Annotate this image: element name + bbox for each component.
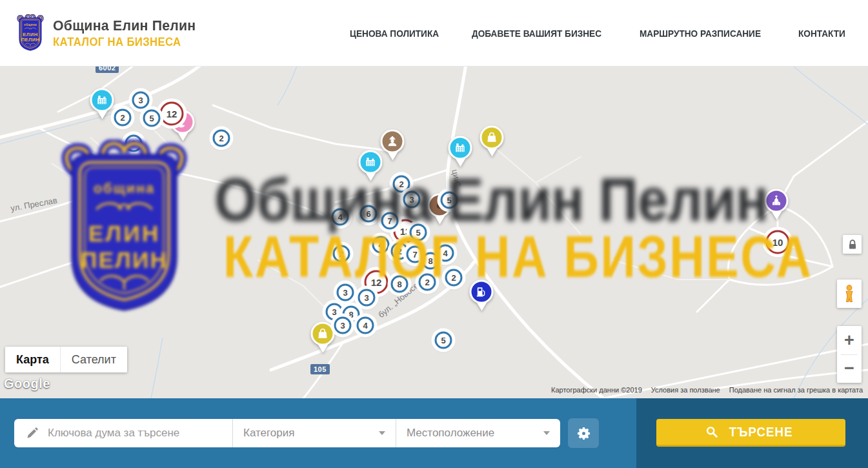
search-panel: Категория Местоположение ТЪРСЕНЕ: [0, 398, 868, 468]
location-dropdown-label: Местоположение: [407, 427, 494, 440]
cluster-marker[interactable]: 2: [445, 269, 463, 287]
cluster-marker[interactable]: 3: [403, 191, 421, 209]
shopping-bag-pin[interactable]: [311, 322, 335, 346]
cluster-marker[interactable]: 10: [766, 230, 790, 254]
worker-icon: [386, 135, 399, 148]
pin-circle: [449, 136, 472, 160]
cluster-marker[interactable]: 4: [437, 245, 454, 262]
search-button[interactable]: ТЪРСЕНЕ: [656, 419, 845, 447]
attribution-report-link[interactable]: Подаване на сигнал за грешка в картата: [729, 386, 863, 394]
pin-circle: [765, 189, 789, 213]
nav-item-bus-schedule[interactable]: МАРШРУТНО РАЗПИСАНИЕ: [640, 28, 761, 39]
google-logo[interactable]: Google: [4, 376, 50, 391]
pin-circle: [480, 126, 504, 150]
cluster-marker[interactable]: 2: [213, 130, 230, 147]
map-type-map-button[interactable]: Карта: [5, 347, 60, 372]
pin-circle: [311, 322, 335, 346]
map-type-satellite-button[interactable]: Сателит: [60, 347, 127, 372]
advanced-settings-button[interactable]: [568, 418, 599, 448]
category-dropdown[interactable]: Категория: [233, 419, 396, 447]
site-title: Община Елин Пелин: [53, 17, 196, 34]
cluster-marker[interactable]: 12: [160, 102, 184, 126]
nav-item-pricing[interactable]: ЦЕНОВА ПОЛИТИКА: [350, 28, 439, 39]
lock-button[interactable]: [843, 235, 862, 254]
factory-pin[interactable]: [449, 136, 472, 160]
fuel-icon: [475, 285, 489, 299]
factory-icon: [96, 94, 109, 107]
zoom-control: + −: [837, 326, 862, 383]
cluster-marker[interactable]: 3: [334, 317, 352, 334]
chevron-down-icon: [543, 431, 550, 435]
cluster-marker[interactable]: 8: [422, 252, 439, 270]
cluster-marker[interactable]: 7: [381, 212, 399, 230]
pin-circle: [381, 130, 405, 154]
municipality-crest-icon: община ЕЛИН ПЕЛИН: [15, 14, 45, 52]
site-subtitle: КАТАЛОГ НА БИЗНЕСА: [53, 34, 183, 49]
factory-icon: [454, 141, 467, 155]
category-dropdown-label: Категория: [243, 427, 294, 440]
cluster-marker[interactable]: 3: [358, 289, 376, 307]
crest-top-word: община: [24, 23, 37, 26]
shopping-bag-pin[interactable]: [480, 126, 504, 150]
cluster-marker[interactable]: 4: [332, 209, 349, 226]
chevron-down-icon: [379, 431, 385, 435]
cluster-marker[interactable]: 5: [441, 192, 458, 209]
location-dropdown[interactable]: Местоположение: [396, 419, 560, 447]
pencil-icon: [26, 427, 39, 440]
cluster-marker[interactable]: 2: [393, 176, 410, 193]
cluster-marker[interactable]: 3: [337, 284, 354, 301]
cluster-marker[interactable]: 2: [391, 243, 409, 260]
cluster-marker[interactable]: 8: [391, 276, 409, 293]
cluster-marker[interactable]: 5: [410, 224, 427, 241]
cluster-marker[interactable]: 4: [372, 236, 390, 254]
keyword-search-input[interactable]: [48, 427, 209, 440]
cluster-marker[interactable]: 5: [143, 110, 161, 127]
shopping-bag-icon: [485, 131, 499, 145]
lock-icon: [846, 238, 859, 251]
nav-item-add-business[interactable]: ДОБАВЕТЕ ВАШИЯТ БИЗНЕС: [472, 28, 601, 39]
pegman-button[interactable]: [837, 280, 862, 308]
attribution-terms-link[interactable]: Условия за ползване: [651, 386, 720, 394]
cluster-marker[interactable]: 4: [357, 317, 374, 334]
crest-line1: ЕЛИН: [23, 32, 38, 37]
main-nav: ЦЕНОВА ПОЛИТИКА ДОБАВЕТЕ ВАШИЯТ БИЗНЕС М…: [350, 0, 852, 66]
cluster-marker[interactable]: 2: [114, 109, 132, 127]
pin-circle: [470, 280, 494, 304]
cluster-marker[interactable]: 6: [360, 205, 378, 223]
pegman-icon: [841, 283, 858, 304]
pin-circle: [90, 88, 114, 112]
cluster-marker[interactable]: 2: [125, 135, 143, 152]
map-attribution: Картографски данни ©2019 Условия за полз…: [551, 386, 863, 394]
map-markers-layer: 321252223564137542748221282333834510: [0, 66, 868, 398]
search-button-label: ТЪРСЕНЕ: [729, 424, 793, 440]
site-logo[interactable]: община ЕЛИН ПЕЛИН Община Елин Пелин КАТА…: [15, 14, 200, 52]
factory-icon: [364, 156, 378, 169]
zoom-out-button[interactable]: −: [837, 355, 862, 382]
search-bar: Категория Местоположение: [14, 419, 560, 447]
fuel-pin[interactable]: [470, 280, 494, 304]
map-type-control: Карта Сателит: [5, 347, 127, 372]
cluster-marker[interactable]: 3: [132, 92, 150, 109]
zoom-in-button[interactable]: +: [837, 327, 862, 354]
pin-circle: [359, 150, 383, 174]
attribution-data: Картографски данни ©2019: [551, 386, 642, 394]
factory-pin[interactable]: [90, 88, 114, 112]
cluster-marker[interactable]: 5: [435, 332, 452, 349]
search-icon: [705, 425, 718, 438]
worker-pin[interactable]: [381, 130, 405, 154]
cluster-marker[interactable]: 2: [419, 274, 436, 291]
church-icon: [770, 194, 783, 208]
crest-line2: ПЕЛИН: [21, 37, 40, 43]
header: община ЕЛИН ПЕЛИН Община Елин Пелин КАТА…: [0, 0, 868, 66]
nav-item-contacts[interactable]: КОНТАКТИ: [798, 28, 845, 39]
church-pin[interactable]: [765, 189, 789, 213]
keyword-section: [14, 419, 232, 447]
gear-icon: [576, 425, 592, 442]
shopping-bag-icon: [316, 327, 330, 341]
factory-pin[interactable]: [359, 150, 383, 174]
cluster-marker[interactable]: 2: [333, 245, 350, 263]
cluster-marker[interactable]: 7: [407, 246, 424, 263]
map-canvas[interactable]: 6002 105 ул. Преслав бул. „Новосел ции" …: [0, 66, 868, 398]
